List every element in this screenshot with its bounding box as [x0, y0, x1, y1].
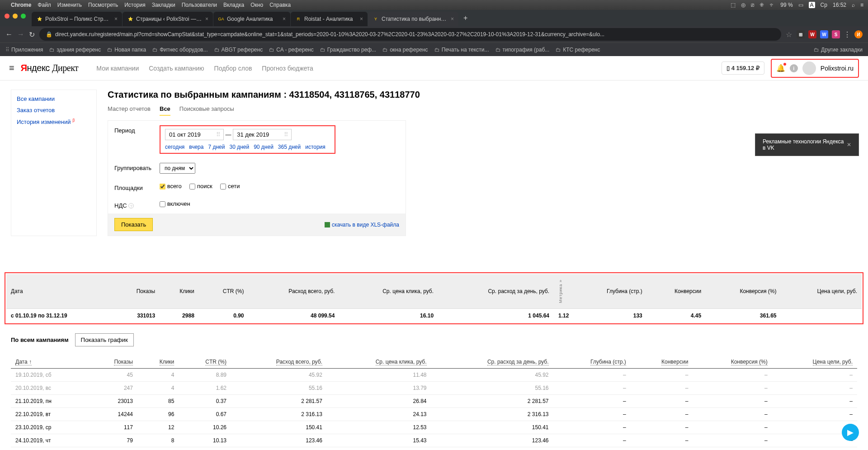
search-icon[interactable]: ⌕	[852, 2, 855, 8]
tab-report-wizard[interactable]: Мастер отчетов	[108, 105, 151, 116]
forward-icon[interactable]: →	[17, 30, 24, 38]
burger-icon[interactable]: ≡	[9, 63, 14, 73]
status-icon[interactable]: ⁜	[760, 2, 764, 8]
bookmark-folder[interactable]: 🗀окна референс	[382, 47, 428, 53]
date-quick-link[interactable]: 30 дней	[229, 144, 249, 150]
nav-item[interactable]: Мои кампании	[96, 65, 139, 72]
cb-vat[interactable]: включен	[160, 200, 190, 207]
cb-all[interactable]: всего	[160, 183, 182, 189]
col-clicks[interactable]: Клики	[137, 355, 179, 369]
star-icon[interactable]: ☆	[786, 30, 792, 39]
notification-toast[interactable]: Рекламные технологии Яндекса в VK ✕	[755, 133, 859, 156]
col-shows[interactable]: Показы	[89, 355, 137, 369]
bookmark-folder[interactable]: 🗀CA - референс	[269, 47, 314, 53]
bookmark-folder[interactable]: 🗀Новая папка	[107, 47, 146, 53]
bookmark-folder[interactable]: 🗀здания референс	[49, 47, 101, 53]
balance-badge[interactable]: ▯ 4 159.12 ₽	[722, 62, 764, 75]
profile-icon[interactable]: И	[854, 30, 863, 38]
close-icon[interactable]: ×	[360, 16, 363, 22]
menu-file[interactable]: Файл	[38, 2, 51, 8]
bookmark-folder[interactable]: 🗀типография (раб...	[495, 47, 550, 53]
apps-shortcut[interactable]: ⠿Приложения	[5, 47, 43, 53]
sidebar-history[interactable]: История изменений β	[17, 118, 75, 125]
menu-history[interactable]: История	[124, 2, 146, 8]
app-name[interactable]: Chrome	[11, 2, 31, 8]
info-icon[interactable]: i	[790, 64, 798, 72]
col-spend[interactable]: Расход всего, руб.	[231, 355, 327, 369]
status-icon[interactable]: ⎚	[751, 2, 754, 8]
browser-tab[interactable]: RRoistat - Аналитика×	[291, 12, 368, 26]
menu-tab[interactable]: Вкладка	[223, 2, 244, 8]
bookmark-folder[interactable]: 🗀Фитнес оборудов...	[152, 47, 208, 53]
date-quick-link[interactable]: 7 дней	[208, 144, 225, 150]
date-quick-link[interactable]: 365 дней	[278, 144, 301, 150]
browser-tab[interactable]: YСтатистика по выбранным к×	[368, 12, 458, 26]
col-daily[interactable]: Ср. расход за день, руб.	[431, 355, 553, 369]
close-icon[interactable]: ×	[114, 16, 118, 22]
ext-icon[interactable]: S	[832, 30, 840, 38]
date-quick-link[interactable]: история	[305, 144, 326, 150]
date-to-input[interactable]: 31 дек 2019⠿	[233, 129, 292, 140]
cb-net[interactable]: сети	[220, 183, 240, 189]
nav-item[interactable]: Подбор слов	[214, 65, 252, 72]
menu-bookmarks[interactable]: Закладки	[152, 2, 175, 8]
col-depth[interactable]: Глубина (стр.)	[553, 355, 631, 369]
browser-tab[interactable]: ⭐Страницы ‹ PolixStroi — Word×	[123, 12, 213, 26]
help-widget-icon[interactable]: ▶	[842, 424, 859, 441]
reload-icon[interactable]: ↻	[29, 30, 35, 39]
ext-icon[interactable]: ⊞	[797, 30, 805, 38]
help-icon[interactable]: ?	[128, 203, 134, 208]
date-from-input[interactable]: 01 окт 2019⠿	[165, 129, 224, 140]
tab-search-queries[interactable]: Поисковые запросы	[179, 105, 234, 116]
date-quick-link[interactable]: сегодня	[165, 144, 184, 150]
bookmark-folder[interactable]: 🗀Печать на тексти...	[434, 47, 489, 53]
maximize-window-icon[interactable]	[21, 14, 26, 19]
nav-item[interactable]: Создать кампанию	[149, 65, 204, 72]
col-ctr[interactable]: CTR (%)	[179, 355, 231, 369]
bookmark-folder[interactable]: 🗀Гражданство реф...	[320, 47, 376, 53]
url-input[interactable]: 🔒 direct.yandex.ru/registered/main.pl?cm…	[39, 28, 781, 41]
date-quick-link[interactable]: вчера	[189, 144, 203, 150]
col-conv-pct[interactable]: Конверсия (%)	[693, 355, 772, 369]
menu-icon[interactable]: ≡	[860, 2, 863, 8]
bell-icon[interactable]: 🔔	[776, 64, 785, 72]
ext-icon[interactable]: W	[820, 30, 828, 38]
status-icon[interactable]: ⬚	[731, 2, 736, 8]
close-icon[interactable]: ×	[451, 16, 454, 22]
group-select[interactable]: по дням	[160, 163, 195, 174]
avatar[interactable]	[802, 62, 816, 75]
bookmark-folder[interactable]: 🗀ABGT референс	[214, 47, 263, 53]
window-controls[interactable]	[5, 14, 26, 19]
menu-edit[interactable]: Изменить	[57, 2, 82, 8]
sidebar-order-reports[interactable]: Заказ отчетов	[17, 107, 55, 114]
sidebar-all-campaigns[interactable]: Все кампании	[17, 95, 55, 102]
yandex-direct-logo[interactable]: Яндекс Директ	[21, 63, 79, 73]
menu-help[interactable]: Справка	[269, 2, 291, 8]
minimize-window-icon[interactable]	[13, 14, 18, 19]
show-chart-button[interactable]: Показать график	[75, 333, 134, 346]
more-icon[interactable]: ⋮	[844, 30, 851, 39]
wifi-icon[interactable]: ᯤ	[769, 2, 775, 8]
other-bookmarks[interactable]: 🗀Другие закладки	[814, 47, 863, 53]
status-icon[interactable]: ◎	[741, 2, 745, 8]
date-quick-link[interactable]: 90 дней	[254, 144, 274, 150]
new-tab-button[interactable]: +	[459, 14, 472, 22]
col-conv[interactable]: Конверсии	[631, 355, 693, 369]
browser-tab[interactable]: GAGoogle Аналитика×	[213, 12, 290, 26]
input-lang[interactable]: A	[809, 2, 815, 8]
col-goal[interactable]: Цена цели, руб.	[772, 355, 857, 369]
download-xls-link[interactable]: скачать в виде XLS-файла	[325, 222, 399, 228]
ext-icon[interactable]: W	[808, 30, 816, 38]
user-area[interactable]: 🔔 i Polixstroi.ru	[771, 59, 859, 78]
bookmark-folder[interactable]: 🗀КТС референс	[556, 47, 600, 53]
close-icon[interactable]: ✕	[847, 142, 851, 148]
show-button[interactable]: Показать	[114, 218, 153, 231]
cb-search[interactable]: поиск	[189, 183, 212, 189]
back-icon[interactable]: ←	[5, 30, 13, 38]
col-cpc[interactable]: Ср. цена клика, руб.	[327, 355, 431, 369]
menu-view[interactable]: Посмотреть	[88, 2, 118, 8]
close-icon[interactable]: ×	[205, 16, 208, 22]
menu-window[interactable]: Окно	[250, 2, 263, 8]
tab-all[interactable]: Все	[160, 105, 170, 116]
menu-people[interactable]: Пользователи	[182, 2, 217, 8]
